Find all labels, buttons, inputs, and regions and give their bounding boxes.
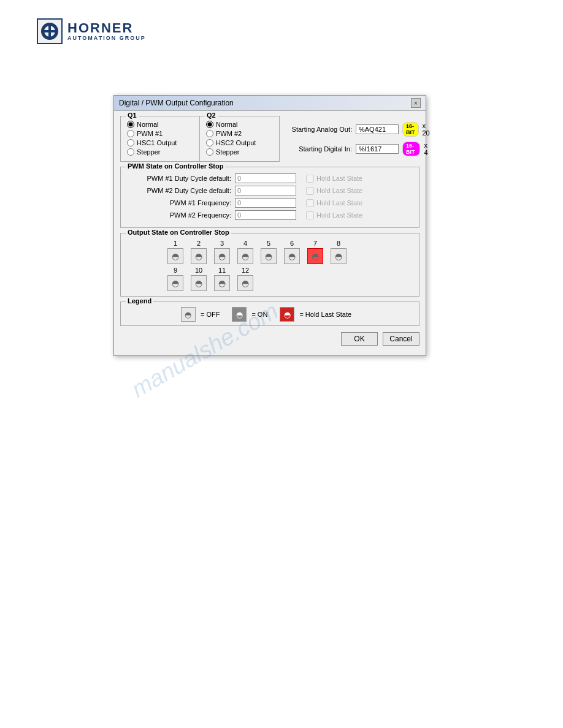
pwm-freq2-input[interactable] (235, 210, 296, 220)
q2-pwm2-option[interactable]: PWM #2 (206, 130, 273, 137)
output-num-11: 11 (218, 267, 226, 274)
digital-in-badge: 16-BIT (402, 142, 420, 156)
q2-normal-radio[interactable] (206, 121, 213, 128)
q-section-row: Q1 Normal PWM #1 HSC1 Output Stepper (120, 116, 419, 162)
output-row-2: 9 ◓ 10 ◓ 11 ◓ 12 ◓ (127, 267, 413, 291)
hold-last-state-4[interactable]: Hold Last State (306, 211, 362, 219)
output-btn-11[interactable]: ◓ (214, 275, 230, 291)
legend-label: Legend (126, 297, 153, 305)
q2-stepper-option[interactable]: Stepper (206, 148, 273, 156)
hold-checkbox-1[interactable] (306, 175, 314, 183)
hold-last-state-2[interactable]: Hold Last State (306, 187, 362, 195)
pwm-duty2-input[interactable] (235, 186, 296, 195)
q1-label: Q1 (126, 112, 139, 119)
q1-hsc1-label: HSC1 Output (137, 139, 177, 146)
output-grid: 1 ◓ 2 ◓ 3 ◓ 4 ◓ (127, 237, 413, 291)
output-btn-4[interactable]: ◓ (237, 248, 253, 264)
q1-pwm1-option[interactable]: PWM #1 (127, 130, 193, 137)
output-num-2: 2 (197, 240, 201, 247)
hold-label-2: Hold Last State (316, 187, 362, 194)
dialog: Digital / PWM Output Configuration × Q1 … (113, 95, 426, 356)
q2-group: Q2 Normal PWM #2 HSC2 Output Stepper (200, 116, 280, 162)
hold-last-state-1[interactable]: Hold Last State (306, 175, 362, 183)
q1-stepper-option[interactable]: Stepper (127, 148, 193, 156)
legend-off-text: = OFF (201, 311, 220, 318)
output-btn-7[interactable]: ◓ (307, 248, 323, 264)
dialog-titlebar: Digital / PWM Output Configuration × (114, 96, 426, 111)
output-btn-9[interactable]: ◓ (167, 275, 183, 291)
legend-on-btn: ◓ (232, 307, 247, 322)
logo-area: HORNER AUTOMATION GROUP (37, 18, 146, 44)
output-col-6: 6 ◓ (280, 240, 304, 264)
hold-label-1: Hold Last State (316, 175, 362, 182)
output-btn-12[interactable]: ◓ (237, 275, 253, 291)
digital-in-input[interactable] (356, 144, 399, 154)
hold-checkbox-2[interactable] (306, 187, 314, 195)
output-num-7: 7 (313, 240, 317, 247)
analog-out-badge: 16-BIT (402, 122, 419, 137)
output-col-1: 1 ◓ (164, 240, 187, 264)
q2-label: Q2 (205, 112, 218, 119)
dialog-body: Q1 Normal PWM #1 HSC1 Output Stepper (114, 111, 426, 355)
digital-in-multiply: x 4 (424, 142, 429, 156)
pwm-freq1-input[interactable] (235, 198, 296, 208)
pwm-duty1-input[interactable] (235, 173, 296, 183)
output-col-3: 3 ◓ (210, 240, 234, 264)
output-num-5: 5 (267, 240, 270, 247)
hold-label-3: Hold Last State (316, 199, 362, 207)
q2-hsc2-option[interactable]: HSC2 Output (206, 139, 273, 146)
pwm-row-1: PWM #1 Duty Cycle default: Hold Last Sta… (127, 173, 413, 183)
q1-group: Q1 Normal PWM #1 HSC1 Output Stepper (120, 116, 200, 162)
output-btn-5[interactable]: ◓ (261, 248, 277, 264)
q2-stepper-label: Stepper (216, 148, 240, 156)
pwm-state-section: PWM State on Controller Stop PWM #1 Duty… (120, 167, 419, 228)
digital-in-row: Starting Digital In: 16-BIT x 4 (285, 142, 430, 156)
legend-section: Legend ◓ = OFF ◓ = ON ◓ = Hold Last Stat… (120, 301, 419, 326)
pwm-freq1-label: PWM #1 Frequency: (127, 199, 231, 207)
output-btn-8[interactable]: ◓ (331, 248, 347, 264)
pwm-duty1-label: PWM #1 Duty Cycle default: (127, 175, 231, 182)
legend-content: ◓ = OFF ◓ = ON ◓ = Hold Last State (127, 306, 413, 322)
output-state-label: Output State on Controller Stop (126, 229, 231, 236)
output-col-11: 11 ◓ (210, 267, 234, 291)
output-num-9: 9 (174, 267, 177, 274)
q1-pwm1-radio[interactable] (127, 130, 134, 137)
q1-hsc1-radio[interactable] (127, 139, 134, 146)
q1-stepper-label: Stepper (137, 148, 161, 156)
cancel-button[interactable]: Cancel (383, 332, 419, 346)
output-col-2: 2 ◓ (187, 240, 210, 264)
q2-pwm2-radio[interactable] (206, 130, 213, 137)
hold-checkbox-3[interactable] (306, 199, 314, 207)
q1-normal-radio[interactable] (127, 121, 134, 128)
svg-rect-5 (43, 30, 56, 32)
output-row-1: 1 ◓ 2 ◓ 3 ◓ 4 ◓ (127, 240, 413, 264)
q2-normal-label: Normal (216, 121, 237, 128)
close-button[interactable]: × (411, 98, 421, 108)
analog-out-row: Starting Analog Out: 16-BIT x 20 (285, 122, 430, 137)
output-col-5: 5 ◓ (257, 240, 280, 264)
output-btn-3[interactable]: ◓ (214, 248, 230, 264)
output-btn-1[interactable]: ◓ (167, 248, 183, 264)
output-col-9: 9 ◓ (164, 267, 187, 291)
hold-checkbox-4[interactable] (306, 211, 314, 219)
q2-stepper-radio[interactable] (206, 148, 213, 156)
ok-button[interactable]: OK (341, 332, 378, 346)
pwm-row-2: PWM #2 Duty Cycle default: Hold Last Sta… (127, 186, 413, 195)
hold-last-state-3[interactable]: Hold Last State (306, 199, 362, 207)
q1-normal-option[interactable]: Normal (127, 121, 193, 128)
output-num-10: 10 (195, 267, 202, 274)
output-btn-10[interactable]: ◓ (191, 275, 207, 291)
digital-in-label: Starting Digital In: (285, 145, 352, 153)
q1-hsc1-option[interactable]: HSC1 Output (127, 139, 193, 146)
output-btn-2[interactable]: ◓ (191, 248, 207, 264)
q2-normal-option[interactable]: Normal (206, 121, 273, 128)
analog-out-input[interactable] (356, 124, 399, 134)
q2-hsc2-radio[interactable] (206, 139, 213, 146)
output-btn-6[interactable]: ◓ (284, 248, 300, 264)
q1-stepper-radio[interactable] (127, 148, 134, 156)
pwm-row-3: PWM #1 Frequency: Hold Last State (127, 198, 413, 208)
legend-off-btn: ◓ (181, 307, 196, 322)
q1-pwm1-label: PWM #1 (137, 130, 163, 137)
dialog-footer: OK Cancel (120, 332, 419, 349)
analog-out-label: Starting Analog Out: (285, 126, 352, 133)
